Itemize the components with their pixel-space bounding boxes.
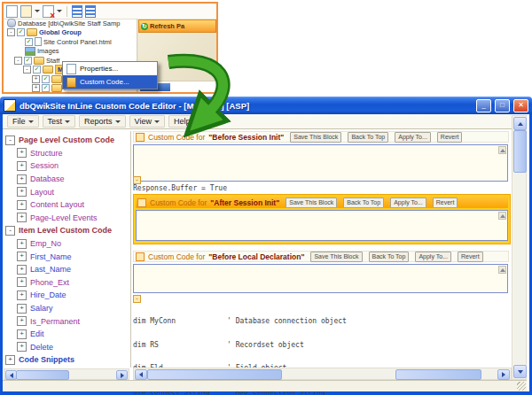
delete-page-icon[interactable] bbox=[43, 5, 54, 18]
pane-divider[interactable] bbox=[130, 131, 131, 368]
collapse-toggle-icon[interactable]: - bbox=[5, 136, 15, 145]
checkbox-checked-icon[interactable]: ✓ bbox=[25, 38, 33, 46]
sidebar-section-page-level[interactable]: - Page Level Custom Code bbox=[5, 134, 129, 147]
menu-view[interactable]: View bbox=[129, 115, 165, 128]
expand-toggle-icon[interactable]: + bbox=[17, 213, 27, 222]
expand-toggle-icon[interactable]: + bbox=[17, 277, 27, 287]
sidebar-item-structure[interactable]: +Structure bbox=[5, 147, 129, 160]
expand-toggle-icon[interactable]: + bbox=[17, 161, 27, 171]
expand-toggle-icon[interactable]: + bbox=[17, 316, 27, 326]
horizontal-scroll-thumb[interactable] bbox=[16, 370, 69, 380]
maximize-button[interactable]: □ bbox=[495, 99, 510, 112]
back-to-top-button[interactable]: Back To Top bbox=[348, 132, 388, 143]
apply-to-button[interactable]: Apply To... bbox=[415, 252, 451, 262]
save-this-block-button[interactable]: Save This Block bbox=[290, 132, 341, 143]
apply-to-button[interactable]: Apply To... bbox=[395, 132, 431, 143]
block-collapse-icon[interactable] bbox=[136, 133, 145, 142]
checkbox-checked-icon[interactable]: ✓ bbox=[17, 28, 25, 36]
sidebar-item-database[interactable]: +Database bbox=[5, 173, 129, 186]
minimize-button[interactable]: _ bbox=[476, 99, 491, 112]
scroll-up-button[interactable] bbox=[513, 117, 527, 130]
view-list-icon[interactable] bbox=[85, 5, 96, 18]
checkbox-checked-icon[interactable]: ✓ bbox=[33, 66, 41, 74]
resize-grip[interactable] bbox=[517, 382, 526, 391]
save-this-block-button[interactable]: Save This Block bbox=[310, 252, 362, 262]
sidebar-item-layout[interactable]: +Layout bbox=[5, 185, 129, 198]
sidebar-item-content-layout[interactable]: +Content Layout bbox=[5, 198, 129, 212]
sidebar-item-phone-ext[interactable]: +Phone_Ext bbox=[5, 276, 129, 290]
revert-button[interactable]: Revert bbox=[433, 198, 458, 208]
code-textarea-before-local-declaration[interactable] bbox=[133, 264, 508, 293]
sidebar-item-emp-no[interactable]: +Emp_No bbox=[5, 237, 129, 251]
refresh-page-button[interactable]: ↻ Refresh Pa bbox=[138, 19, 216, 33]
context-menu-item-custom-code[interactable]: Custom Code... bbox=[63, 75, 157, 89]
expand-toggle-icon[interactable]: + bbox=[5, 355, 15, 365]
collapse-toggle-icon[interactable]: - bbox=[5, 226, 15, 236]
menu-file[interactable]: File bbox=[7, 115, 39, 128]
sidebar-item-hire-date[interactable]: +Hire_Date bbox=[5, 289, 129, 302]
checkbox-checked-icon[interactable]: ✓ bbox=[42, 84, 50, 92]
sidebar-horizontal-scrollbar[interactable] bbox=[4, 368, 129, 380]
expand-toggle-icon[interactable]: + bbox=[17, 148, 27, 158]
code-textarea-after-session-init[interactable] bbox=[136, 210, 508, 241]
sidebar-item-first-name[interactable]: +First_Name bbox=[5, 250, 129, 263]
expand-toggle-icon[interactable]: + bbox=[17, 239, 27, 249]
dropdown-caret-icon[interactable] bbox=[35, 10, 40, 12]
menu-test[interactable]: Test bbox=[43, 115, 76, 128]
block-collapse-icon[interactable] bbox=[136, 252, 145, 261]
expand-toggle-icon[interactable]: + bbox=[17, 187, 27, 197]
new-page-icon[interactable] bbox=[6, 5, 18, 18]
menu-reports[interactable]: Reports bbox=[79, 115, 126, 128]
scroll-right-button[interactable] bbox=[116, 370, 128, 380]
expand-toggle-icon[interactable]: + bbox=[17, 304, 27, 314]
tree-row-global-group[interactable]: - ✓ Global Group bbox=[4, 28, 137, 38]
tree-row-images[interactable]: Images bbox=[4, 47, 137, 57]
textarea-scroll-up-icon[interactable] bbox=[498, 212, 506, 220]
dropdown-caret-icon[interactable] bbox=[57, 10, 62, 12]
sidebar-item-delete[interactable]: +Delete bbox=[5, 341, 129, 354]
expand-toggle-icon[interactable]: + bbox=[17, 290, 27, 300]
textarea-scroll-up-icon[interactable] bbox=[498, 266, 506, 274]
scroll-left-button[interactable] bbox=[135, 369, 147, 380]
back-to-top-button[interactable]: Back To Top bbox=[343, 198, 384, 208]
sidebar-item-session[interactable]: +Session bbox=[5, 159, 129, 173]
code-line-collapse-icon[interactable]: - bbox=[133, 176, 141, 184]
revert-button[interactable]: Revert bbox=[458, 252, 483, 262]
horizontal-scroll-thumb[interactable] bbox=[147, 369, 282, 380]
checkbox-checked-icon[interactable]: ✓ bbox=[42, 75, 50, 83]
expand-toggle-icon[interactable]: + bbox=[17, 329, 27, 339]
scroll-down-button[interactable] bbox=[513, 365, 527, 378]
close-button[interactable]: ✕ bbox=[513, 99, 528, 112]
scroll-right-button[interactable] bbox=[497, 369, 510, 380]
block-collapse-icon[interactable] bbox=[137, 198, 146, 207]
collapse-toggle-icon[interactable]: - bbox=[7, 28, 15, 36]
expand-toggle-icon[interactable]: + bbox=[17, 200, 27, 210]
horizontal-scroll-thumb[interactable] bbox=[395, 369, 481, 380]
sidebar-section-item-level[interactable]: - Item Level Custom Code bbox=[5, 224, 129, 237]
sidebar-item-edit[interactable]: +Edit bbox=[5, 328, 129, 341]
sidebar-item-last-name[interactable]: +Last_Name bbox=[5, 263, 129, 276]
add-page-icon[interactable] bbox=[20, 5, 32, 18]
vertical-scroll-thumb[interactable] bbox=[513, 130, 527, 173]
textarea-scroll-up-icon[interactable] bbox=[498, 146, 506, 154]
tree-row-site-control-panel[interactable]: ✓ Site Control Panel.html bbox=[4, 37, 137, 47]
expand-toggle-icon[interactable]: + bbox=[32, 75, 40, 83]
revert-button[interactable]: Revert bbox=[437, 132, 463, 143]
checkbox-checked-icon[interactable]: ✓ bbox=[24, 57, 32, 65]
code-textarea-before-session-init[interactable] bbox=[133, 144, 508, 182]
expand-toggle-icon[interactable]: + bbox=[17, 252, 27, 261]
expand-toggle-icon[interactable]: + bbox=[17, 265, 27, 275]
expand-toggle-icon[interactable]: + bbox=[17, 174, 27, 184]
view-columns-icon[interactable] bbox=[72, 5, 82, 18]
tree-row-database[interactable]: Database [db\QwikSite Staff Samp bbox=[4, 19, 137, 28]
collapse-toggle-icon[interactable]: - bbox=[14, 57, 22, 65]
collapse-toggle-icon[interactable]: - bbox=[23, 66, 31, 74]
expand-toggle-icon[interactable]: + bbox=[17, 342, 27, 352]
sidebar-item-salary[interactable]: +Salary bbox=[5, 302, 129, 315]
sidebar-section-code-snippets[interactable]: + Code Snippets bbox=[5, 353, 129, 367]
back-to-top-button[interactable]: Back To Top bbox=[369, 252, 410, 262]
content-horizontal-scrollbar[interactable] bbox=[133, 368, 512, 380]
sidebar-item-page-level-events[interactable]: +Page-Level Events bbox=[5, 212, 129, 225]
sidebar-item-is-permanent[interactable]: +Is_Permanent bbox=[5, 314, 129, 328]
menu-help[interactable]: Help bbox=[168, 115, 204, 128]
